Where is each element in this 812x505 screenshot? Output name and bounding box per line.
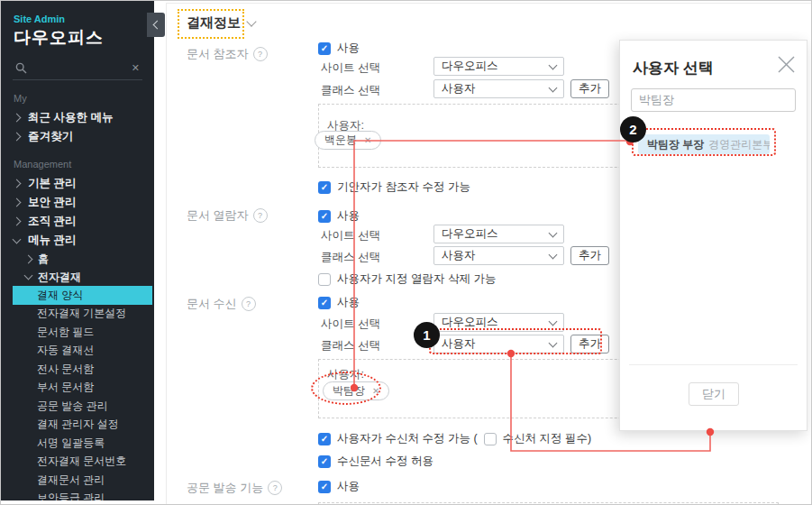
site-admin-label: Site Admin — [14, 14, 154, 24]
sidebar-item-company-docbox[interactable]: 전사 문서함 — [13, 360, 152, 379]
help-icon[interactable]: ? — [253, 47, 268, 61]
modal-title: 사용자 선택 — [633, 58, 714, 78]
modal-close-button[interactable]: 닫기 — [689, 382, 739, 406]
viewer-use-row: ✓ 사용 — [318, 208, 360, 224]
search-icon — [15, 62, 27, 74]
referrer-use-row: ✓ 사용 — [318, 41, 360, 56]
site-select-label: 사이트 선택 — [321, 317, 380, 332]
chevron-right-icon — [13, 133, 22, 142]
receive-add-button[interactable]: 추가 — [570, 335, 609, 354]
user-search-input[interactable] — [631, 88, 796, 112]
result-user-name: 박팀장 부장 — [647, 137, 704, 152]
chevron-right-icon — [13, 114, 22, 123]
sidebar-item-approval-doc-mgmt[interactable]: 결재문서 관리 — [13, 471, 152, 490]
help-icon[interactable]: ? — [268, 481, 282, 495]
class-select-label: 클래스 선택 — [321, 338, 380, 354]
user-select-modal: 사용자 선택 박팀장 부장 경영관리본부 … 닫기 — [619, 40, 807, 431]
referrer-add-button[interactable]: 추가 — [570, 79, 609, 98]
chevron-down-icon — [549, 339, 558, 348]
close-icon[interactable] — [777, 55, 796, 78]
section-label-my: My — [14, 93, 154, 104]
site-select-label: 사이트 선택 — [321, 228, 380, 243]
referrer-option-row: ✓ 기안자가 참조자 수정 가능 — [318, 179, 470, 195]
chevron-down-icon — [549, 229, 558, 238]
class-select-label: 클래스 선택 — [321, 83, 380, 98]
sidebar-item-doc-number[interactable]: 전자결재 문서번호 — [13, 453, 152, 472]
content-left-border — [166, 3, 167, 504]
chevron-left-icon — [152, 21, 161, 30]
recipient-required-checkbox[interactable] — [484, 433, 497, 445]
receive-user-chip: 박팀장 ✕ — [323, 381, 389, 400]
sidebar-item-signature-bulk[interactable]: 서명 일괄등록 — [13, 434, 152, 453]
row-label-viewer: 문서 열람자 ? — [187, 207, 268, 224]
sidebar-item-home[interactable]: 홈 — [1, 250, 154, 268]
remove-chip-icon[interactable]: ✕ — [372, 387, 379, 396]
sidebar-item-official-send-mgmt[interactable]: 공문 발송 관리 — [13, 397, 152, 416]
help-icon[interactable]: ? — [242, 297, 256, 311]
viewer-class-select[interactable]: 사용자 — [433, 246, 564, 265]
sidebar-item-recent-menus[interactable]: 최근 사용한 메뉴 — [1, 108, 154, 127]
clear-search-icon[interactable]: ✕ — [132, 63, 140, 73]
close-x-icon — [777, 55, 796, 74]
sidebar-item-menu-mgmt[interactable]: 메뉴 관리 — [1, 231, 154, 250]
sidebar-search-input[interactable]: ✕ — [13, 57, 142, 80]
referrer-user-chip: 백운봉 ✕ — [315, 131, 381, 150]
page-title[interactable]: 결재정보 — [187, 14, 255, 32]
chevron-right-icon — [24, 254, 33, 263]
content-top-border — [166, 3, 811, 4]
sidebar-item-eapproval-settings[interactable]: 전자결재 기본설정 — [13, 305, 152, 324]
chevron-right-icon — [13, 179, 22, 188]
sidebar-item-dept-docbox[interactable]: 부서 문서함 — [13, 379, 152, 398]
row-label-receive: 문서 수신 ? — [187, 296, 256, 312]
receive-option1-row: ✓ 사용자가 수신처 수정 가능 ( 수신처 지정 필수) — [318, 431, 591, 446]
sidebar-item-basic-mgmt[interactable]: 기본 관리 — [1, 174, 154, 193]
sidebar: Site Admin 다우오피스 ✕ My 최근 사용한 메뉴 즐겨찾기 Man… — [1, 1, 154, 500]
chevron-down-icon — [549, 317, 558, 326]
chevron-down-icon — [549, 251, 558, 260]
receive-class-select[interactable]: 사용자 — [433, 335, 564, 354]
chevron-down-icon — [549, 61, 558, 70]
sidebar-item-security-mgmt[interactable]: 보안 관리 — [1, 193, 154, 212]
result-user-dept: 경영관리본부 … — [708, 137, 770, 152]
remove-chip-icon[interactable]: ✕ — [364, 136, 371, 145]
official-use-row: ✓ 사용 — [318, 479, 360, 494]
use-checkbox[interactable]: ✓ — [318, 297, 331, 309]
sidebar-item-eapproval[interactable]: 전자결재 — [1, 268, 154, 286]
use-checkbox[interactable]: ✓ — [318, 481, 331, 493]
row-label-official-send: 공문 발송 기능 ? — [187, 480, 282, 496]
chevron-right-icon — [13, 217, 22, 226]
viewer-delete-checkbox[interactable] — [318, 273, 331, 286]
viewer-add-button[interactable]: 추가 — [570, 246, 609, 265]
referrer-class-select[interactable]: 사용자 — [433, 79, 564, 98]
brand-title: 다우오피스 — [14, 26, 154, 50]
viewer-site-select[interactable]: 다우오피스 — [433, 225, 564, 243]
sidebar-item-approval-admin-settings[interactable]: 결재 관리자 설정 — [13, 416, 152, 435]
sidebar-item-docbox-fields[interactable]: 문서함 필드 — [13, 323, 152, 342]
sidebar-item-approval-form[interactable]: 결재 양식 — [13, 286, 152, 305]
receive-site-select[interactable]: 다우오피스 — [433, 313, 564, 332]
sidebar-item-security-grade[interactable]: 보안등급 관리 — [13, 490, 152, 501]
receive-use-row: ✓ 사용 — [318, 295, 360, 310]
chevron-down-icon — [549, 84, 558, 93]
chevron-down-icon — [13, 234, 22, 243]
site-select-label: 사이트 선택 — [321, 60, 380, 76]
users-box-label: 사용자: — [327, 367, 364, 382]
use-checkbox[interactable]: ✓ — [318, 42, 331, 55]
help-icon[interactable]: ? — [253, 208, 268, 223]
sidebar-collapse-button[interactable] — [147, 13, 165, 37]
sidebar-item-org-mgmt[interactable]: 조직 관리 — [1, 212, 154, 231]
sidebar-item-favorites[interactable]: 즐겨찾기 — [1, 127, 154, 146]
chevron-down-icon — [246, 16, 256, 26]
chevron-right-icon — [13, 198, 22, 207]
received-doc-edit-checkbox[interactable]: ✓ — [318, 455, 331, 468]
drafter-edit-checkbox[interactable]: ✓ — [318, 181, 331, 194]
sidebar-item-auto-approval-line[interactable]: 자동 결재선 — [13, 342, 152, 361]
receive-option2-row: ✓ 수신문서 수정 허용 — [318, 454, 433, 469]
section-label-management: Management — [14, 159, 154, 170]
user-result-item[interactable]: 박팀장 부장 경영관리본부 … — [638, 134, 770, 154]
recipient-edit-checkbox[interactable]: ✓ — [318, 433, 331, 445]
row-label-referrer: 문서 참조자 ? — [187, 46, 268, 62]
chevron-down-icon — [24, 271, 33, 280]
use-checkbox[interactable]: ✓ — [318, 210, 331, 223]
referrer-site-select[interactable]: 다우오피스 — [433, 57, 564, 76]
